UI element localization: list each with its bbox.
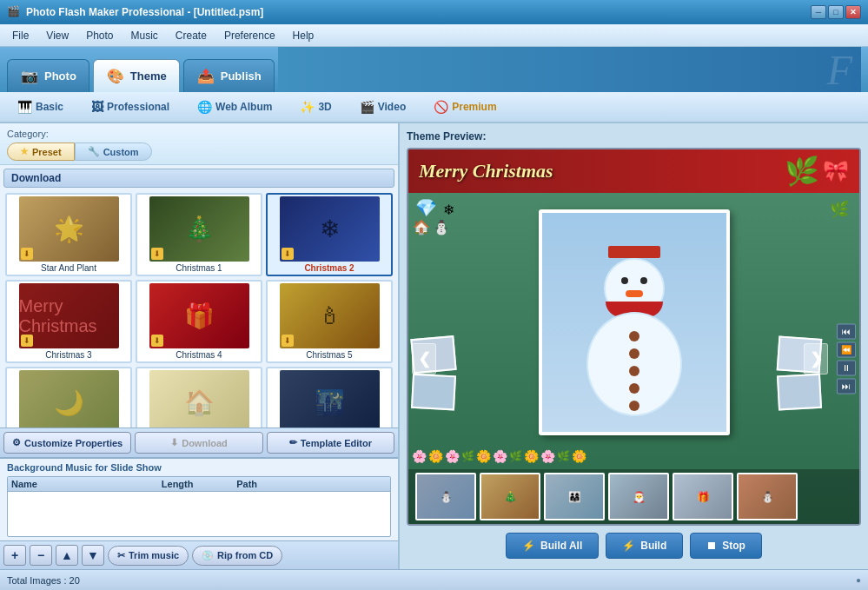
xmas-main-area: 💎 ❄ 🌿 🏠 ⛄ xyxy=(408,193,859,524)
download-badge-xmas4: ⬇ xyxy=(151,335,163,347)
trim-music-button[interactable]: ✂ Trim music xyxy=(108,546,189,566)
build-button[interactable]: ⚡ Build xyxy=(606,533,683,559)
version-dot: ● xyxy=(856,575,861,585)
premium-label: Premium xyxy=(452,101,496,113)
preset-custom-tabs: ★ Preset 🔧 Custom xyxy=(7,143,391,161)
menu-file[interactable]: File xyxy=(3,27,37,44)
build-label: Build xyxy=(640,540,666,552)
photo-tab-label: Photo xyxy=(44,70,76,83)
video-icon: 🎬 xyxy=(360,100,374,114)
tab-publish[interactable]: 📤 Publish xyxy=(183,59,275,92)
menu-music[interactable]: Music xyxy=(123,27,167,44)
subtab-web-album[interactable]: 🌐 Web Album xyxy=(187,96,282,117)
theme-item-xmas1[interactable]: ⬇ 🎄 Christmas 1 xyxy=(136,193,262,276)
add-music-button[interactable]: + xyxy=(3,545,26,566)
custom-tab[interactable]: 🔧 Custom xyxy=(75,143,152,161)
music-controls: + − ▲ ▼ ✂ Trim music 💿 Rip from CD xyxy=(0,540,398,569)
theme-tab-label: Theme xyxy=(130,70,167,83)
subtab-premium[interactable]: 🚫 Premium xyxy=(423,96,507,117)
bottom-decoration: 🌸🌼🌸🌿🌼🌸🌿🌼🌸🌿🌼 xyxy=(408,447,825,465)
stop-label: Stop xyxy=(722,540,745,552)
build-all-button[interactable]: ⚡ Build All xyxy=(506,533,599,559)
rip-cd-button[interactable]: 💿 Rip from CD xyxy=(192,546,282,566)
video-label: Video xyxy=(378,101,406,113)
preview-label: Theme Preview: xyxy=(407,130,861,143)
theme-item-xmas3[interactable]: ⬇ Merry Christmas Christmas 3 xyxy=(5,280,132,363)
theme-item-xmas4[interactable]: ⬇ 🎁 Christmas 4 xyxy=(136,280,262,363)
prev-button[interactable]: ⏪ xyxy=(837,341,856,357)
subtab-basic[interactable]: 🎹 Basic xyxy=(7,96,74,117)
tab-photo[interactable]: 📷 Photo xyxy=(7,59,89,92)
xmas-preview: Merry Christmas 🌿 🎀 💎 ❄ 🌿 🏠 ⛄ xyxy=(408,149,859,524)
toolbar-decoration: F xyxy=(278,47,861,92)
theme-thumb-xmas3: ⬇ Merry Christmas xyxy=(19,283,119,348)
theme-item-row6[interactable]: 🌙 Christmas 6 xyxy=(5,367,132,428)
stop-button[interactable]: ⏹ Stop xyxy=(690,533,762,559)
menu-photo[interactable]: Photo xyxy=(77,27,122,44)
theme-label-xmas2: Christmas 2 xyxy=(304,263,354,273)
theme-scroll-area[interactable]: Download ⬇ 🌟 Star And Plant ⬇ 🎄 xyxy=(0,165,398,428)
menu-help[interactable]: Help xyxy=(284,27,323,44)
title-text: Photo Flash Maker Professional - [Untitl… xyxy=(26,6,811,18)
theme-tab-icon: 🎨 xyxy=(106,67,125,86)
subtab-video[interactable]: 🎬 Video xyxy=(349,96,416,117)
skip-forward-button[interactable]: ⏭ xyxy=(837,378,856,394)
main-photo xyxy=(539,209,730,435)
theme-label-xmas4: Christmas 4 xyxy=(176,350,222,360)
theme-item-xmas5[interactable]: ⬇ 🕯 Christmas 5 xyxy=(266,280,393,363)
remove-music-button[interactable]: − xyxy=(30,545,52,566)
thumb-3: 👨‍👩‍👧 xyxy=(544,473,605,520)
download-badge: ⬇ xyxy=(21,248,33,260)
content-area: Category: ★ Preset 🔧 Custom Download ⬇ xyxy=(0,123,868,569)
build-all-label: Build All xyxy=(540,540,582,552)
toolbar-tabs: 📷 Photo 🎨 Theme 📤 Publish F xyxy=(0,47,868,92)
move-up-button[interactable]: ▲ xyxy=(56,545,78,566)
menu-view[interactable]: View xyxy=(37,27,77,44)
tab-theme[interactable]: 🎨 Theme xyxy=(93,59,180,92)
download-badge-xmas5: ⬇ xyxy=(282,335,294,347)
category-label: Category: xyxy=(7,129,391,139)
nav-right-button[interactable]: ❯ xyxy=(804,343,828,375)
menu-create[interactable]: Create xyxy=(167,27,215,44)
nav-left-button[interactable]: ❮ xyxy=(412,343,436,375)
close-button[interactable]: ✕ xyxy=(845,5,861,19)
col-path: Path xyxy=(236,479,387,489)
theme-grid: ⬇ 🌟 Star And Plant ⬇ 🎄 Christmas 1 xyxy=(3,191,394,428)
pause-button[interactable]: ⏸ xyxy=(837,360,856,375)
theme-item-star-plant[interactable]: ⬇ 🌟 Star And Plant xyxy=(5,193,132,276)
download-badge-xmas3: ⬇ xyxy=(21,335,33,347)
custom-label: Custom xyxy=(103,147,139,157)
app-icon: 🎬 xyxy=(7,5,21,19)
theme-thumb-row6: 🌙 xyxy=(19,370,119,428)
build-all-icon: ⚡ xyxy=(522,540,535,552)
theme-item-row7[interactable]: 🏠 Christmas 7 xyxy=(136,367,262,428)
basic-label: Basic xyxy=(36,101,63,113)
stop-icon: ⏹ xyxy=(706,540,717,552)
download-button[interactable]: ⬇ Download xyxy=(135,432,262,454)
move-down-button[interactable]: ▼ xyxy=(82,545,104,566)
theme-item-xmas2[interactable]: ⬇ ❄ Christmas 2 xyxy=(266,193,393,276)
build-controls: ⚡ Build All ⚡ Build ⏹ Stop xyxy=(407,526,861,562)
right-panel: Theme Preview: Merry Christmas 🌿 🎀 💎 ❄ xyxy=(400,123,868,569)
music-header: Background Music for Slide Show xyxy=(7,462,391,473)
subtab-professional[interactable]: 🖼 Professional xyxy=(81,96,180,117)
thumb-1: ⛄ xyxy=(415,473,476,520)
3d-label: 3D xyxy=(318,101,331,113)
thumb-5: 🎁 xyxy=(673,473,733,520)
preset-star-icon: ★ xyxy=(20,146,29,157)
panel-action-buttons: ⚙ Customize Properties ⬇ Download ✏ Temp… xyxy=(0,428,398,457)
publish-tab-icon: 📤 xyxy=(196,67,215,86)
preset-tab[interactable]: ★ Preset xyxy=(7,143,75,161)
customize-properties-button[interactable]: ⚙ Customize Properties xyxy=(3,432,131,454)
subtab-3d[interactable]: ✨ 3D xyxy=(289,96,341,117)
maximize-button[interactable]: □ xyxy=(828,5,844,19)
trim-icon: ✂ xyxy=(117,550,125,561)
menu-preference[interactable]: Preference xyxy=(215,27,284,44)
template-editor-button[interactable]: ✏ Template Editor xyxy=(267,432,394,454)
theme-item-row8[interactable]: 🌃 Christmas 8 xyxy=(266,367,393,428)
thumbnail-row: ⛄ 🎄 👨‍👩‍👧 🎅 🎁 ⛄ xyxy=(408,469,859,524)
template-icon: ✏ xyxy=(289,437,297,448)
minimize-button[interactable]: ─ xyxy=(811,5,826,19)
skip-back-button[interactable]: ⏮ xyxy=(837,323,856,339)
web-album-icon: 🌐 xyxy=(197,100,212,114)
